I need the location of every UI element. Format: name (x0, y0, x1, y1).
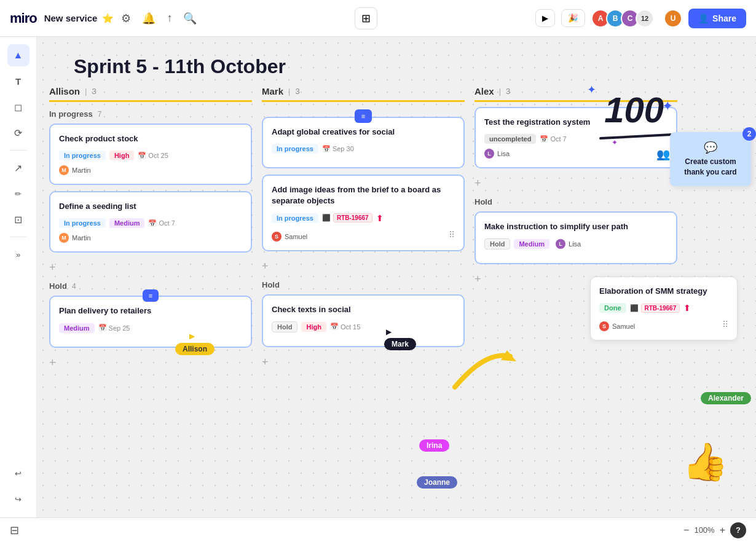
frame-tool[interactable]: ⊡ (7, 208, 30, 230)
section-header-inprogress: In progress 7 (49, 109, 252, 119)
assignee-avatar: L (556, 239, 565, 249)
card-title: Make instruction to simplify user path (484, 221, 667, 232)
card-title: Plan delivery to retailers (59, 305, 242, 316)
card-assignee: S Samuel (272, 232, 307, 242)
cursor-pointer-allison: ▶ (189, 332, 195, 340)
rtb-badge: RTB-19667 (641, 304, 680, 313)
card-check-product[interactable]: Check product stock In progress High 📅 O… (49, 124, 252, 185)
thumbs-up-decoration: 👍 (682, 440, 728, 484)
card-date: 📅 Oct 25 (138, 152, 168, 160)
add-card-btn-hold-alex[interactable]: + (474, 273, 481, 286)
notification-icon[interactable]: 🔔 (142, 12, 156, 25)
cursor-mark: Mark (384, 338, 416, 350)
elaboration-tags: Done ⬛ RTB-19667 ⬆ (599, 303, 728, 313)
elaboration-card[interactable]: Elaboration of SMM strategy Done ⬛ RTB-1… (590, 277, 738, 340)
column-allison: Allison | 3 In progress 7 Check product … (49, 86, 252, 369)
card-title: Define a seeding list (59, 201, 242, 212)
card-seeding-list[interactable]: Define a seeding list In progress Medium… (49, 191, 252, 253)
upload-icon[interactable]: ↑ (167, 12, 172, 25)
create-card-badge: 2 (742, 127, 756, 141)
add-card-btn-inprogress[interactable]: + (49, 261, 56, 274)
card-make-instruction[interactable]: Make instruction to simplify user path H… (474, 211, 677, 264)
line-tool[interactable]: ↗ (7, 157, 30, 179)
card-tags: In progress Medium 📅 Oct 7 (59, 218, 242, 228)
card-tags: Hold High 📅 Oct 15 (272, 321, 455, 332)
celebrate-button[interactable]: 🎉 (561, 9, 585, 27)
assignee-avatar: S (599, 321, 609, 331)
settings-icon[interactable]: ⚙ (121, 12, 131, 25)
tag-inprogress: In progress (272, 144, 318, 154)
section-label-hold: Hold (49, 281, 67, 291)
bottom-bar: ⊟ − 100% + ? (0, 517, 756, 542)
share-icon: 👤 (698, 14, 709, 23)
cursor-irina: Irina (419, 439, 449, 452)
panel-toggle-button[interactable]: ⊟ (10, 524, 19, 537)
card-title: Adapt global creatives for social (272, 127, 455, 138)
tag-uncompleted: uncompleted (484, 134, 536, 144)
header: miro New service ⭐ ⚙ 🔔 ↑ 🔍 ⊞ ▶ 🎉 A B C 1… (0, 0, 756, 37)
redo-tool[interactable]: ↪ (7, 488, 30, 510)
create-card-sticky[interactable]: 2 💬 Create custom thank you card (670, 132, 751, 186)
column-count-mark: 3 (295, 87, 299, 96)
section-label-inprogress: In progress (49, 109, 93, 119)
tag-high: High (109, 151, 134, 160)
apps-button[interactable]: ⊞ (355, 7, 377, 29)
avatar-group: A B C 12 (591, 9, 654, 28)
board-title: Sprint 5 - 11th October (74, 55, 286, 78)
header-left: miro New service ⭐ ⚙ 🔔 ↑ 🔍 (10, 10, 197, 26)
column-header-mark: Mark | 3 (262, 86, 465, 102)
header-center: ⊞ (355, 7, 377, 29)
add-card-btn-hold-mark[interactable]: + (262, 356, 269, 369)
avatar-count[interactable]: 12 (636, 9, 654, 28)
card-footer: S Samuel ⠿ (272, 228, 455, 242)
header-icons: ⚙ 🔔 ↑ 🔍 (121, 12, 197, 25)
cursor-pointer-mark: ▶ (386, 328, 392, 336)
help-button[interactable]: ? (730, 522, 746, 538)
search-icon[interactable]: 🔍 (183, 12, 197, 25)
undo-tool[interactable]: ↩ (7, 462, 30, 484)
card-assignee: M Martin (59, 233, 242, 243)
star-deco-2: ✦ (662, 98, 673, 114)
canvas[interactable]: Sprint 5 - 11th October Allison | 3 In p… (37, 37, 756, 517)
star-icon[interactable]: ⭐ (102, 13, 114, 24)
tag-medium: Medium (109, 218, 145, 228)
columns-container: Allison | 3 In progress 7 Check product … (49, 86, 677, 369)
card-check-texts[interactable]: Check texts in social Hold High 📅 Oct 15 (262, 294, 465, 347)
tag-done: Done (599, 303, 626, 313)
sidebar-divider-2 (10, 237, 27, 237)
card-add-image[interactable]: Add image ideas from the brief to a boar… (262, 175, 465, 251)
share-button[interactable]: 👤 Share (688, 9, 746, 28)
zoom-in-button[interactable]: + (720, 525, 725, 536)
assignee-avatar: M (59, 233, 69, 243)
column-count-allison: 3 (92, 87, 96, 96)
more-tools[interactable]: » (7, 243, 30, 265)
elaboration-title: Elaboration of SMM strategy (599, 286, 728, 297)
card-plan-delivery[interactable]: ≡ Plan delivery to retailers Medium 📅 Se… (49, 296, 252, 347)
add-card-btn-hold[interactable]: + (49, 356, 56, 369)
card-adapt-global[interactable]: ≡ Adapt global creatives for social In p… (262, 117, 465, 168)
board-name[interactable]: New service ⭐ (44, 13, 114, 24)
text-tool[interactable]: T (7, 70, 30, 92)
tag-medium: Medium (59, 323, 95, 333)
present-button[interactable]: ▶ (535, 9, 555, 27)
zoom-controls: − 100% + ? (683, 522, 746, 538)
zoom-out-button[interactable]: − (683, 525, 689, 536)
pen-tool[interactable]: ✏ (7, 183, 30, 205)
section-label-hold-mark: Hold (262, 280, 280, 289)
select-tool[interactable]: ▲ (7, 44, 30, 66)
shape-tool[interactable]: ⟳ (7, 122, 30, 144)
current-user-avatar: U (664, 9, 682, 28)
priority-icon: ⬆ (376, 213, 384, 223)
column-count-alex: 3 (506, 87, 510, 96)
section-header-hold-mark: Hold (262, 280, 465, 289)
share-label: Share (712, 14, 736, 23)
hundred-decoration: 100 (604, 92, 664, 128)
card-tags: In progress ⬛ RTB-19667 ⬆ (272, 213, 455, 223)
sticky-tool[interactable]: ◻ (7, 96, 30, 118)
card-rtb: ⬛ RTB-19667 (630, 304, 680, 313)
add-card-btn-alex[interactable]: + (474, 177, 481, 190)
create-card-text: Create custom thank you card (676, 157, 745, 178)
section-label: Hold (474, 197, 492, 206)
add-card-btn-mark[interactable]: + (262, 260, 269, 273)
cursor-joanne: Joanne (417, 476, 457, 489)
